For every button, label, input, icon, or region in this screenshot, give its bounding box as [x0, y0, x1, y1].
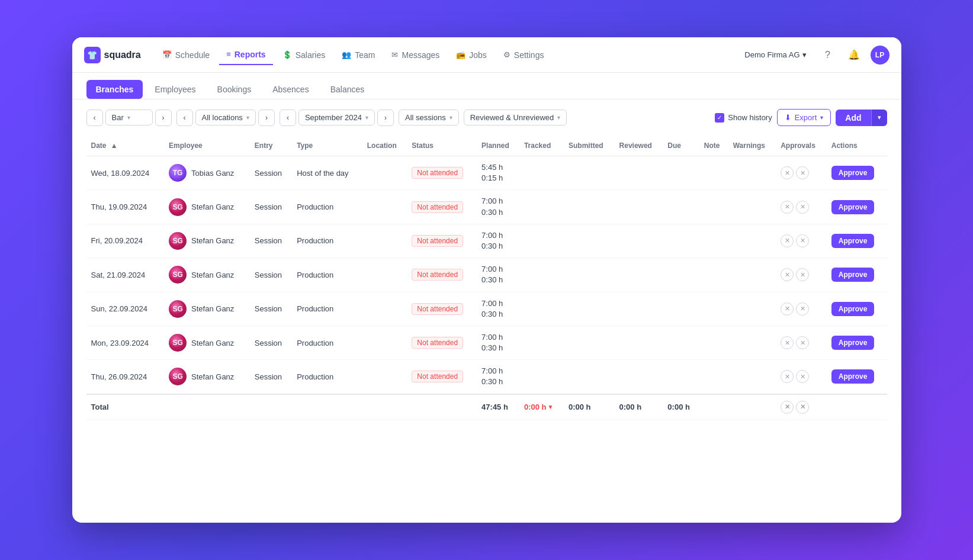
company-selector[interactable]: Demo Firma AG ▾: [740, 48, 811, 62]
nav-item-messages[interactable]: ✉ Messages: [384, 46, 447, 65]
cell-employee-6: SG Stefan Ganz: [164, 360, 250, 394]
cell-reviewed-3: [615, 258, 663, 292]
tab-employees[interactable]: Employees: [145, 80, 205, 99]
messages-icon: ✉: [391, 50, 398, 59]
nav-item-jobs[interactable]: 📻 Jobs: [449, 46, 494, 65]
export-button[interactable]: ⬇ Export ▾: [777, 109, 831, 126]
approve-button-5[interactable]: Approve: [831, 336, 875, 350]
approve-button-6[interactable]: Approve: [831, 369, 875, 384]
approve-check-icon-2[interactable]: ✕: [796, 234, 809, 247]
approve-check-icon-3[interactable]: ✕: [796, 268, 809, 281]
approve-x-icon-2[interactable]: ✕: [781, 234, 794, 247]
approve-x-icon-6[interactable]: ✕: [781, 370, 794, 383]
approve-check-icon-6[interactable]: ✕: [796, 370, 809, 383]
period-next-button[interactable]: ›: [377, 110, 394, 126]
show-history-label: Show history: [728, 113, 772, 122]
col-status: Status: [407, 136, 477, 156]
location-dropdown[interactable]: All locations ▾: [195, 110, 256, 125]
cell-planned-5: 7:00 h 0:30 h: [477, 326, 519, 359]
employee-name-5: Stefan Ganz: [191, 339, 234, 347]
total-x-icon[interactable]: ✕: [781, 401, 794, 414]
total-check-icon[interactable]: ✕: [796, 401, 809, 414]
cell-reviewed-6: [615, 360, 663, 394]
user-avatar-button[interactable]: LP: [871, 46, 889, 65]
location-next-button[interactable]: ›: [258, 110, 275, 126]
cell-planned-0: 5:45 h 0:15 h: [477, 156, 519, 190]
approve-button-0[interactable]: Approve: [831, 166, 875, 180]
col-warnings: Warnings: [728, 136, 776, 156]
tab-balances[interactable]: Balances: [321, 80, 374, 99]
top-nav: 👕 squadra 📅 Schedule ≡ Reports 💲 Salarie…: [72, 37, 901, 73]
nav-item-reports[interactable]: ≡ Reports: [219, 45, 273, 65]
branch-prev-button[interactable]: ‹: [86, 110, 103, 126]
branch-dropdown[interactable]: Bar ▾: [105, 110, 153, 125]
col-actions: Actions: [827, 136, 887, 156]
approve-x-icon-4[interactable]: ✕: [781, 302, 794, 316]
nav-item-schedule-label: Schedule: [175, 50, 210, 60]
employee-name-1: Stefan Ganz: [191, 202, 234, 211]
status-badge-0: Not attended: [412, 167, 463, 179]
sessions-dropdown[interactable]: All sessions ▾: [399, 110, 459, 125]
col-date[interactable]: Date ▲: [86, 136, 165, 156]
total-planned: 47:45 h: [477, 394, 519, 420]
period-dropdown[interactable]: September 2024 ▾: [298, 110, 375, 125]
branch-next-button[interactable]: ›: [155, 110, 172, 126]
approve-check-icon-1[interactable]: ✕: [796, 201, 809, 214]
nav-item-schedule[interactable]: 📅 Schedule: [155, 46, 217, 65]
nav-item-team[interactable]: 👥 Team: [335, 46, 382, 65]
cell-type-2: Production: [292, 224, 362, 258]
approve-check-icon-5[interactable]: ✕: [796, 336, 809, 349]
cell-warnings-2: [728, 224, 776, 258]
cell-note-2: [699, 224, 728, 258]
help-button[interactable]: ?: [818, 46, 837, 65]
add-dropdown-button[interactable]: ▾: [871, 110, 887, 126]
total-label: Total: [86, 394, 165, 420]
sub-tabs: Branches Employees Bookings Absences Bal…: [72, 73, 901, 99]
employee-avatar-4: SG: [169, 300, 187, 318]
approve-button-2[interactable]: Approve: [831, 234, 875, 248]
export-icon: ⬇: [785, 113, 791, 122]
approve-check-icon-0[interactable]: ✕: [796, 166, 809, 179]
tab-absences[interactable]: Absences: [263, 80, 318, 99]
cell-note-3: [699, 258, 728, 292]
review-status-dropdown[interactable]: Reviewed & Unreviewed ▾: [464, 110, 567, 125]
nav-item-jobs-label: Jobs: [469, 50, 487, 60]
logo-text: squadra: [104, 50, 141, 60]
approve-button-4[interactable]: Approve: [831, 302, 875, 316]
approve-x-icon-3[interactable]: ✕: [781, 268, 794, 281]
add-button[interactable]: Add: [836, 110, 871, 126]
approve-button-3[interactable]: Approve: [831, 268, 875, 282]
data-table: Date ▲ Employee Entry Type Location Stat…: [86, 136, 887, 420]
cell-entry-4: Session: [250, 292, 292, 326]
period-chevron-icon: ▾: [365, 114, 368, 121]
location-prev-button[interactable]: ‹: [176, 110, 193, 126]
cell-date-4: Sun, 22.09.2024: [86, 292, 165, 326]
period-filter-group: ‹ September 2024 ▾ ›: [280, 110, 394, 126]
branch-chevron-icon: ▾: [127, 114, 130, 121]
status-badge-1: Not attended: [412, 201, 463, 213]
approve-button-1[interactable]: Approve: [831, 200, 875, 214]
cell-warnings-4: [728, 292, 776, 326]
total-due: 0:00 h: [663, 394, 699, 420]
branch-value: Bar: [112, 113, 124, 122]
col-location: Location: [362, 136, 407, 156]
nav-item-settings[interactable]: ⚙ Settings: [496, 46, 551, 65]
cell-entry-0: Session: [250, 156, 292, 190]
period-prev-button[interactable]: ‹: [280, 110, 296, 126]
total-tracked: 0:00 h ▼: [519, 394, 564, 420]
approve-check-icon-4[interactable]: ✕: [796, 302, 809, 316]
nav-item-salaries[interactable]: 💲 Salaries: [275, 46, 333, 65]
table-body: Wed, 18.09.2024 TG Tobias Ganz Session H…: [86, 156, 887, 420]
employee-name-6: Stefan Ganz: [191, 372, 234, 381]
jobs-icon: 📻: [456, 50, 465, 59]
approve-x-icon-1[interactable]: ✕: [781, 201, 794, 214]
cell-due-5: [663, 326, 699, 359]
approve-x-icon-5[interactable]: ✕: [781, 336, 794, 349]
notifications-button[interactable]: 🔔: [844, 46, 863, 65]
tab-branches[interactable]: Branches: [86, 80, 143, 99]
show-history-toggle[interactable]: ✓ Show history: [715, 113, 772, 123]
add-btn-group: Add ▾: [836, 110, 887, 126]
approve-x-icon-0[interactable]: ✕: [781, 166, 794, 179]
tab-bookings[interactable]: Bookings: [208, 80, 261, 99]
cell-status-2: Not attended: [407, 224, 477, 258]
